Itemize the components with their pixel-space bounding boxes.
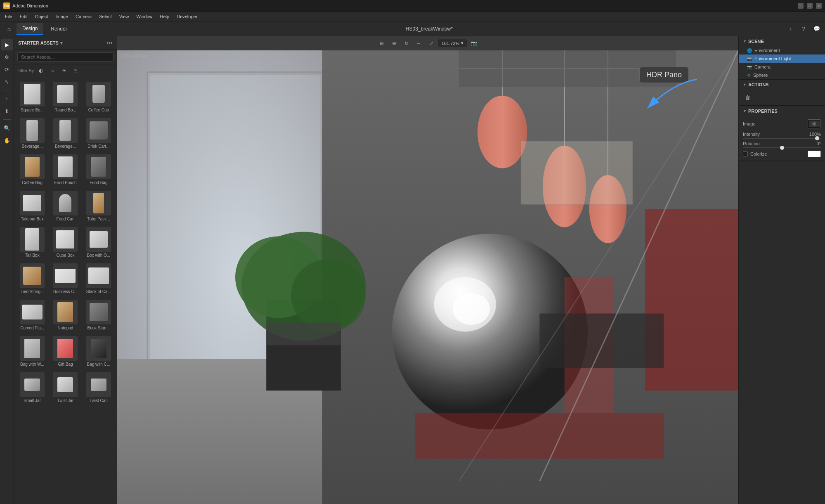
asset-item-0[interactable]: Square Bo... xyxy=(17,80,48,114)
asset-item-7[interactable]: Food Pouch xyxy=(50,152,81,187)
asset-item-23[interactable]: Bag with C... xyxy=(83,334,114,369)
asset-item-2[interactable]: Coffee Cup xyxy=(83,80,114,114)
search-input[interactable] xyxy=(17,52,113,62)
select-tool-button[interactable]: ▶ xyxy=(1,39,13,50)
asset-thumb-10 xyxy=(53,191,78,215)
colorize-checkbox[interactable] xyxy=(743,151,748,156)
rotation-slider-handle[interactable] xyxy=(780,146,784,150)
asset-item-15[interactable]: Tied String... xyxy=(17,261,48,296)
asset-label-26: Twist Can xyxy=(85,398,112,403)
filter-light-icon[interactable]: ○ xyxy=(48,66,57,75)
properties-section-header[interactable]: ▼ PROPERTIES xyxy=(739,106,825,116)
canvas-tool-camera[interactable]: 📷 xyxy=(468,38,479,49)
add-object-button[interactable]: + xyxy=(1,93,13,104)
menu-item-help[interactable]: Help xyxy=(157,13,173,20)
app-icon: Dn xyxy=(3,2,10,9)
asset-item-14[interactable]: Box with O... xyxy=(83,225,114,260)
rotate-tool-button[interactable]: ⟳ xyxy=(1,64,13,75)
menu-item-window[interactable]: Window xyxy=(133,13,156,20)
asset-label-11: Tube Pack... xyxy=(85,217,112,221)
asset-item-25[interactable]: Twist Jar xyxy=(50,370,81,405)
intensity-slider[interactable] xyxy=(743,138,821,139)
scene-item-camera[interactable]: 📷 Camera xyxy=(739,63,825,71)
asset-item-17[interactable]: Stack of Ca... xyxy=(83,261,114,296)
delete-button[interactable]: 🗑 xyxy=(743,93,752,102)
rotation-value: 0° xyxy=(816,141,821,146)
scene-panel-bottom xyxy=(739,161,825,504)
filter-material-icon[interactable]: ◐ xyxy=(36,66,45,75)
menu-item-select[interactable]: Select xyxy=(96,13,115,20)
menu-item-object[interactable]: Object xyxy=(32,13,52,20)
menu-item-file[interactable]: File xyxy=(2,13,16,20)
asset-shape-16 xyxy=(55,269,76,283)
scene-section-label: SCENE xyxy=(748,39,764,44)
asset-item-11[interactable]: Tube Pack... xyxy=(83,189,114,223)
scene-section-header[interactable]: ▼ SCENE xyxy=(739,36,825,46)
zoom-tool-button[interactable]: 🔍 xyxy=(1,122,13,134)
minimize-button[interactable]: − xyxy=(798,3,804,9)
zoom-dropdown-icon: ▾ xyxy=(461,40,463,46)
filter-image-icon[interactable]: ⊟ xyxy=(71,66,80,75)
asset-shape-19 xyxy=(57,302,73,322)
rotation-slider[interactable] xyxy=(743,147,821,148)
scale-tool-button[interactable]: ⤡ xyxy=(1,76,13,88)
move-tool-button[interactable]: ✥ xyxy=(1,51,13,63)
asset-item-3[interactable]: Beverage... xyxy=(17,116,48,151)
menu-item-developer[interactable]: Developer xyxy=(173,13,201,20)
rotation-prop-row: Rotation 0° xyxy=(743,141,821,148)
asset-item-16[interactable]: Business C... xyxy=(50,261,81,296)
help-button[interactable]: ? xyxy=(799,24,808,34)
import-button[interactable]: ⬇ xyxy=(1,105,13,117)
home-button[interactable]: ⌂ xyxy=(3,23,15,35)
actions-section-label: ACTIONS xyxy=(748,82,769,87)
menu-item-view[interactable]: View xyxy=(116,13,132,20)
tab-render[interactable]: Render xyxy=(45,24,73,34)
asset-item-18[interactable]: Curved Pla... xyxy=(17,298,48,332)
assets-more-button[interactable]: ••• xyxy=(106,40,113,46)
scene-item-env-light[interactable]: 📷 Environment Light xyxy=(739,54,825,63)
menu-item-image[interactable]: Image xyxy=(52,13,72,20)
zoom-control[interactable]: 161.72% ▾ xyxy=(438,39,467,47)
asset-item-12[interactable]: Tall Box xyxy=(17,225,48,260)
image-thumbnail[interactable] xyxy=(808,119,821,128)
asset-item-19[interactable]: Notepad xyxy=(50,298,81,332)
asset-item-24[interactable]: Small Jar xyxy=(17,370,48,405)
asset-item-4[interactable]: Beverage... xyxy=(50,116,81,151)
canvas-tool-5[interactable]: ⤢ xyxy=(426,38,437,49)
asset-item-13[interactable]: Cube Box xyxy=(50,225,81,260)
actions-chevron: ▼ xyxy=(743,83,747,87)
canvas-viewport[interactable]: 1024 x 682 px xyxy=(117,50,738,504)
maximize-button[interactable]: □ xyxy=(807,3,813,9)
asset-item-26[interactable]: Twist Can xyxy=(83,370,114,405)
upload-button[interactable]: ↑ xyxy=(785,24,795,34)
intensity-slider-handle[interactable] xyxy=(815,136,819,140)
assets-dropdown-icon[interactable]: ▾ xyxy=(60,40,63,46)
canvas-tool-2[interactable]: ⊕ xyxy=(389,38,399,49)
actions-section-header[interactable]: ▼ ACTIONS xyxy=(739,80,825,90)
pan-tool-button[interactable]: ✋ xyxy=(1,135,13,146)
close-button[interactable]: × xyxy=(816,3,822,9)
asset-item-8[interactable]: Food Bag xyxy=(83,152,114,187)
chat-button[interactable]: 💬 xyxy=(812,24,822,34)
tab-design[interactable]: Design xyxy=(17,23,43,35)
asset-item-9[interactable]: Takeout Box xyxy=(17,189,48,223)
filter-environment-icon[interactable]: ☀ xyxy=(59,66,69,75)
environment-icon: 🌐 xyxy=(747,48,752,53)
canvas-tool-4[interactable]: ↔ xyxy=(414,38,424,49)
grid-view-button[interactable]: ⊞ xyxy=(376,38,387,49)
asset-item-6[interactable]: Coffee Bag xyxy=(17,152,48,187)
asset-item-1[interactable]: Round Bo... xyxy=(50,80,81,114)
asset-item-22[interactable]: Gift Bag xyxy=(50,334,81,369)
menu-item-camera[interactable]: Camera xyxy=(72,13,95,20)
asset-item-5[interactable]: Drink Cart... xyxy=(83,116,114,151)
asset-shape-15 xyxy=(23,267,41,285)
asset-item-10[interactable]: Food Can xyxy=(50,189,81,223)
asset-item-21[interactable]: Bag with W... xyxy=(17,334,48,369)
scene-item-environment[interactable]: 🌐 Environment xyxy=(739,46,825,54)
asset-item-20[interactable]: Book Stan... xyxy=(83,298,114,332)
menu-item-edit[interactable]: Edit xyxy=(17,13,31,20)
colorize-swatch[interactable] xyxy=(808,151,821,157)
scene-camera-label: Camera xyxy=(754,64,771,69)
scene-item-sphere[interactable]: ⚙ Sphere xyxy=(739,71,825,79)
canvas-tool-3[interactable]: ↻ xyxy=(401,38,412,49)
